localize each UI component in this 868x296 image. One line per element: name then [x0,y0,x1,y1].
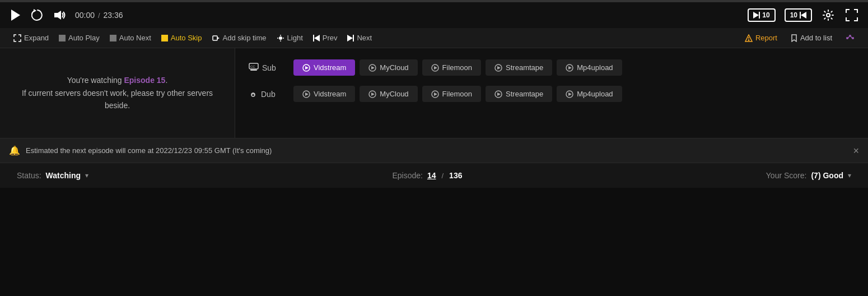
dub-server-row: Dub Vidstream MyCloud [249,86,855,102]
episode-link[interactable]: Episode 15 [124,76,165,85]
svg-point-21 [849,35,851,37]
autoplay-button[interactable]: Auto Play [54,31,104,44]
dub-label: Dub [261,90,276,99]
svg-text:CC: CC [250,65,255,68]
total-time: 23:36 [103,11,123,20]
score-dropdown-arrow[interactable]: ▾ [848,172,851,179]
expand-button[interactable]: Expand [9,31,53,44]
current-time: 00:00 [75,11,95,20]
dub-streamtape-play-icon [494,90,502,98]
episode-label: Episode: [392,171,422,180]
report-button[interactable]: Report [740,31,782,44]
sub-streamtape-button[interactable]: Streamtape [486,59,552,76]
light-label: Light [287,34,303,42]
sub-mycloud-button[interactable]: MyCloud [360,59,417,76]
info-panel: You're watching Episode 15. If current s… [0,48,235,138]
sub-filemoon-play-icon [431,64,439,72]
dub-label-container: Dub [249,89,288,99]
sub-mp4upload-play-icon [566,64,573,72]
autonext-square [110,35,116,41]
svg-marker-33 [434,66,437,70]
rewind10-button[interactable]: 10 [785,8,812,22]
dub-vidstream-button[interactable]: Vidstream [293,86,355,102]
settings-button[interactable] [821,8,836,22]
dub-filemoon-play-icon [431,90,439,98]
light-button[interactable]: Light [272,31,307,44]
autonext-label: Auto Next [119,34,151,42]
sub-server-row: CC Sub Vidstream MyCloud [249,59,855,76]
sub-icon: CC [249,63,259,72]
svg-marker-37 [568,66,572,70]
svg-line-23 [848,36,849,38]
sub-streamtape-play-icon [494,64,502,72]
toolbar: Expand Auto Play Auto Next Auto Skip Add… [0,28,868,48]
svg-marker-44 [434,92,437,96]
addtolist-label: Add to list [800,34,832,42]
svg-point-19 [748,39,749,40]
next-button[interactable]: Next [343,31,376,44]
progress-bar-container[interactable] [0,0,868,2]
svg-rect-6 [800,12,801,18]
svg-rect-17 [353,35,354,41]
score-label: Your Score: [766,171,807,180]
svg-marker-14 [314,35,320,41]
svg-marker-40 [305,92,309,96]
addtolist-button[interactable]: Add to list [786,31,837,44]
time-display: 00:00 / 23:36 [75,11,123,20]
player-right-controls: 10 10 [748,8,859,22]
svg-marker-0 [11,10,20,21]
score-value: (7) Good [811,171,843,180]
main-content: You're watching Episode 15. If current s… [0,48,868,138]
sub-mycloud-play-icon [368,64,376,72]
fullscreen-button[interactable] [844,8,859,22]
forward10-button[interactable]: 10 [748,8,775,22]
rewind10-label: 10 [790,11,797,20]
dub-streamtape-button[interactable]: Streamtape [486,86,552,102]
svg-marker-16 [347,35,353,41]
player-controls: 00:00 / 23:36 10 10 [0,2,868,28]
dub-mycloud-button[interactable]: MyCloud [360,86,417,102]
connected-button[interactable] [841,32,859,44]
sub-filemoon-button[interactable]: Filemoon [422,59,481,76]
player-left-controls: 00:00 / 23:36 [9,8,740,22]
svg-marker-42 [371,92,375,96]
dub-mp4upload-play-icon [566,90,573,98]
volume-button[interactable] [53,9,67,21]
prev-label: Prev [323,34,338,42]
svg-line-24 [851,36,852,38]
dub-mp4upload-button[interactable]: Mp4upload [557,86,622,102]
svg-marker-5 [801,12,806,18]
play-button[interactable] [9,8,22,22]
expand-label: Expand [24,34,49,42]
episode-total: 136 [449,171,462,180]
status-dropdown-arrow[interactable]: ▾ [85,172,88,179]
server-panel: CC Sub Vidstream MyCloud [235,48,868,138]
svg-rect-26 [250,70,257,71]
svg-point-20 [846,37,848,39]
svg-marker-48 [568,92,572,96]
sub-server-buttons: Vidstream MyCloud Filemoon [293,59,622,76]
svg-marker-46 [497,92,501,96]
svg-point-7 [827,13,830,17]
svg-rect-8 [213,36,217,40]
autoskip-button[interactable]: Auto Skip [157,31,207,44]
sub-mp4upload-button[interactable]: Mp4upload [557,59,622,76]
notification-bell-icon: 🔔 [9,145,20,156]
prev-button[interactable]: Prev [309,31,342,44]
svg-rect-15 [313,35,314,41]
status-label: Status: [17,171,41,180]
addskiptime-button[interactable]: Add skip time [208,31,271,44]
svg-marker-2 [54,11,61,20]
status-item-score: Your Score: (7) Good ▾ [766,171,851,180]
sub-vidstream-button[interactable]: Vidstream [293,59,355,76]
notification-close-button[interactable]: × [853,146,859,156]
replay-button[interactable] [30,8,45,22]
autonext-button[interactable]: Auto Next [105,31,156,44]
dub-server-buttons: Vidstream MyCloud Filemoon [293,86,622,102]
dub-filemoon-button[interactable]: Filemoon [422,86,481,102]
episode-sep: / [440,172,445,180]
notification-text: Estimated the next episode will come at … [26,146,272,155]
toolbar-right: Report Add to list [740,31,859,44]
svg-rect-4 [759,12,760,18]
addskiptime-label: Add skip time [223,34,267,42]
